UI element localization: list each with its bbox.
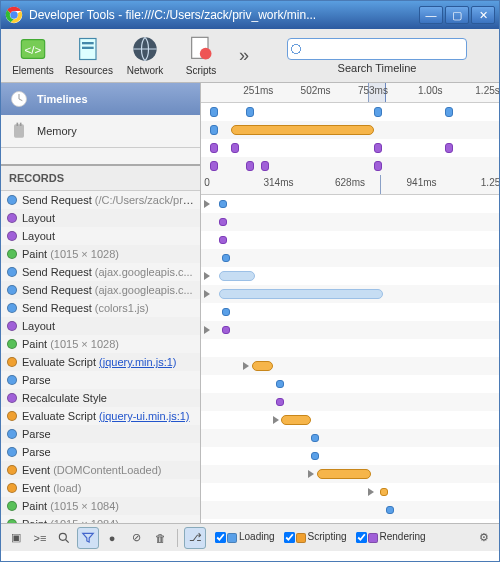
records-ruler[interactable]: 0314ms628ms941ms1.25s [201, 175, 499, 195]
record-row[interactable]: Layout [1, 317, 200, 335]
record-dot [7, 357, 17, 367]
panel-network[interactable]: Network [119, 35, 171, 76]
record-dot [7, 249, 17, 259]
record-dot [7, 321, 17, 331]
expand-icon[interactable] [204, 326, 210, 334]
legend-scripting[interactable]: Scripting [283, 531, 347, 544]
timeline-row[interactable] [201, 447, 499, 465]
record-row[interactable]: Event (load) [1, 479, 200, 497]
timeline-row[interactable] [201, 339, 499, 357]
status-bar: ▣ >≡ ● ⊘ 🗑 ⎇ Loading Scripting Rendering… [1, 523, 499, 551]
dock-icon[interactable]: ▣ [5, 527, 27, 549]
search-input[interactable] [287, 38, 467, 60]
record-link[interactable]: (jquery.min.js:1) [99, 356, 176, 368]
record-row[interactable]: Layout [1, 227, 200, 245]
search-label: Search Timeline [338, 62, 417, 74]
record-icon[interactable]: ● [101, 527, 123, 549]
subpanel-memory[interactable]: Memory [1, 115, 200, 147]
timeline-row[interactable] [201, 249, 499, 267]
record-link[interactable]: (jquery-ui.min.js:1) [99, 410, 189, 422]
expand-icon[interactable] [308, 470, 314, 478]
record-dot [7, 393, 17, 403]
timeline-row[interactable] [201, 303, 499, 321]
subpanel-timelines[interactable]: Timelines [1, 83, 200, 115]
record-row[interactable]: Evaluate Script (jquery.min.js:1) [1, 353, 200, 371]
expand-icon[interactable] [204, 290, 210, 298]
timeline-row[interactable] [201, 357, 499, 375]
svg-rect-12 [17, 123, 19, 126]
legend-rendering[interactable]: Rendering [355, 531, 426, 544]
expand-icon[interactable] [273, 416, 279, 424]
record-dot [7, 429, 17, 439]
timeline-row[interactable] [201, 375, 499, 393]
timeline-row[interactable] [201, 195, 499, 213]
record-row[interactable]: Parse [1, 443, 200, 461]
timeline-row[interactable] [201, 465, 499, 483]
console-icon[interactable]: >≡ [29, 527, 51, 549]
expand-icon[interactable] [204, 272, 210, 280]
network-icon [131, 35, 159, 63]
record-row[interactable]: Parse [1, 425, 200, 443]
record-dot [7, 267, 17, 277]
record-row[interactable]: Parse [1, 371, 200, 389]
record-dot [7, 303, 17, 313]
clear-icon[interactable]: ⊘ [125, 527, 147, 549]
expand-icon[interactable] [204, 200, 210, 208]
timeline-row[interactable] [201, 411, 499, 429]
frames-icon[interactable]: ⎇ [184, 527, 206, 549]
timeline-row[interactable] [201, 285, 499, 303]
svg-text:</>: </> [25, 43, 42, 56]
record-dot [7, 447, 17, 457]
record-row[interactable]: Event (DOMContentLoaded) [1, 461, 200, 479]
record-dot [7, 465, 17, 475]
record-row[interactable]: Evaluate Script (jquery-ui.min.js:1) [1, 407, 200, 425]
timeline-row[interactable] [201, 267, 499, 285]
timeline-row[interactable] [201, 429, 499, 447]
svg-point-14 [59, 533, 66, 540]
gear-icon[interactable]: ⚙ [473, 527, 495, 549]
overview-ruler[interactable]: 251ms502ms753ms1.00s1.25s [201, 83, 499, 103]
record-row[interactable]: Layout [1, 209, 200, 227]
timeline-row[interactable] [201, 231, 499, 249]
record-dot [7, 519, 17, 523]
overview-rows[interactable] [201, 103, 499, 175]
timeline-row[interactable] [201, 519, 499, 523]
close-button[interactable]: ✕ [471, 6, 495, 24]
timeline-row[interactable] [201, 321, 499, 339]
expand-icon[interactable] [243, 362, 249, 370]
record-row[interactable]: Send Request (colors1.js) [1, 299, 200, 317]
search-icon[interactable] [53, 527, 75, 549]
timeline-row[interactable] [201, 501, 499, 519]
timeline-row[interactable] [201, 483, 499, 501]
record-row[interactable]: Recalculate Style [1, 389, 200, 407]
timeline-row[interactable] [201, 393, 499, 411]
record-row[interactable]: Send Request (ajax.googleapis.c... [1, 281, 200, 299]
timeline-row[interactable] [201, 213, 499, 231]
minimize-button[interactable]: ― [419, 6, 443, 24]
record-row[interactable]: Paint (1015 × 1028) [1, 335, 200, 353]
panel-scripts[interactable]: Scripts [175, 35, 227, 76]
toolbar-overflow[interactable]: » [231, 45, 257, 66]
record-row[interactable]: Paint (1015 × 1084) [1, 515, 200, 523]
timeline-body[interactable] [201, 195, 499, 523]
clock-icon [9, 89, 29, 109]
timeline-subpanels: Timelines Memory [1, 83, 200, 148]
panel-elements[interactable]: </> Elements [7, 35, 59, 76]
record-row[interactable]: Send Request (ajax.googleapis.c... [1, 263, 200, 281]
elements-icon: </> [19, 35, 47, 63]
record-row[interactable]: Paint (1015 × 1084) [1, 497, 200, 515]
window-title: Developer Tools - file:///C:/Users/zack/… [29, 8, 417, 22]
filter-icon[interactable] [77, 527, 99, 549]
expand-icon[interactable] [368, 488, 374, 496]
records-list: Send Request (/C:/Users/zack/priv...Layo… [1, 191, 200, 523]
record-row[interactable]: Paint (1015 × 1028) [1, 245, 200, 263]
main-toolbar: </> Elements Resources Network Scripts »… [1, 29, 499, 83]
maximize-button[interactable]: ▢ [445, 6, 469, 24]
trash-icon[interactable]: 🗑 [149, 527, 171, 549]
panel-resources[interactable]: Resources [63, 35, 115, 76]
svg-rect-13 [20, 123, 22, 126]
records-header: RECORDS [1, 166, 200, 191]
legend-loading[interactable]: Loading [214, 531, 275, 544]
svg-point-9 [200, 48, 212, 60]
record-row[interactable]: Send Request (/C:/Users/zack/priv... [1, 191, 200, 209]
